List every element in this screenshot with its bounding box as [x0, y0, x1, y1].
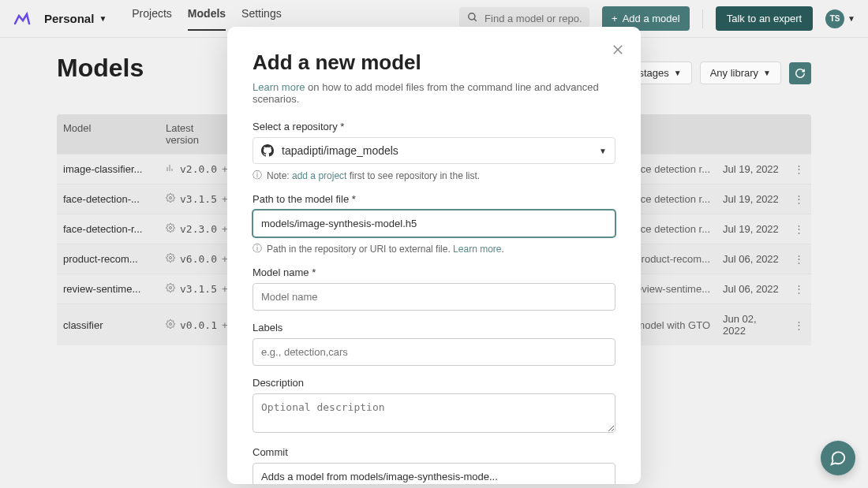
- repo-value: tapadipti/image_models: [282, 144, 398, 157]
- info-icon: ⓘ: [253, 242, 262, 255]
- path-group: Path to the model file * ⓘ Path in the r…: [253, 193, 615, 255]
- repo-select[interactable]: tapadipti/image_models ▼: [253, 137, 615, 164]
- description-group: Description: [253, 377, 615, 435]
- add-project-link[interactable]: add a project: [292, 170, 346, 181]
- add-model-modal: Add a new model Learn more on how to add…: [227, 27, 641, 484]
- path-label: Path to the model file *: [253, 193, 615, 205]
- commit-group: Commit: [253, 446, 615, 484]
- commit-subject-input[interactable]: [253, 463, 615, 484]
- learn-more-link[interactable]: Learn more: [453, 244, 501, 255]
- modal-title: Add a new model: [253, 50, 615, 75]
- modal-subtitle-text: on how to add model files from the comma…: [253, 81, 599, 105]
- commit-label: Commit: [253, 446, 615, 458]
- repo-note: ⓘ Note: add a project first to see repos…: [253, 169, 615, 182]
- path-note-text: Path in the repository or URI to externa…: [267, 244, 453, 255]
- name-label: Model name *: [253, 266, 615, 278]
- modal-backdrop[interactable]: Add a new model Learn more on how to add…: [0, 0, 868, 488]
- path-input[interactable]: [253, 210, 615, 237]
- repo-label: Select a repository *: [253, 121, 615, 132]
- description-label: Description: [253, 377, 615, 389]
- labels-input[interactable]: [253, 338, 615, 366]
- learn-more-link[interactable]: Learn more: [253, 81, 305, 93]
- close-button[interactable]: [611, 41, 625, 61]
- path-note: ⓘ Path in the repository or URI to exter…: [253, 242, 615, 255]
- modal-subtitle: Learn more on how to add model files fro…: [253, 81, 615, 105]
- note-rest: first to see repository in the list.: [346, 170, 480, 181]
- repo-group: Select a repository * tapadipti/image_mo…: [253, 121, 615, 182]
- info-icon: ⓘ: [253, 169, 262, 182]
- labels-group: Labels: [253, 322, 615, 366]
- caret-down-icon: ▼: [599, 147, 607, 155]
- labels-label: Labels: [253, 322, 615, 333]
- github-icon: [261, 144, 274, 157]
- description-input[interactable]: [253, 393, 615, 433]
- name-group: Model name *: [253, 266, 615, 311]
- chat-button[interactable]: [821, 441, 855, 475]
- note-prefix: Note:: [267, 170, 292, 181]
- name-input[interactable]: [253, 283, 615, 311]
